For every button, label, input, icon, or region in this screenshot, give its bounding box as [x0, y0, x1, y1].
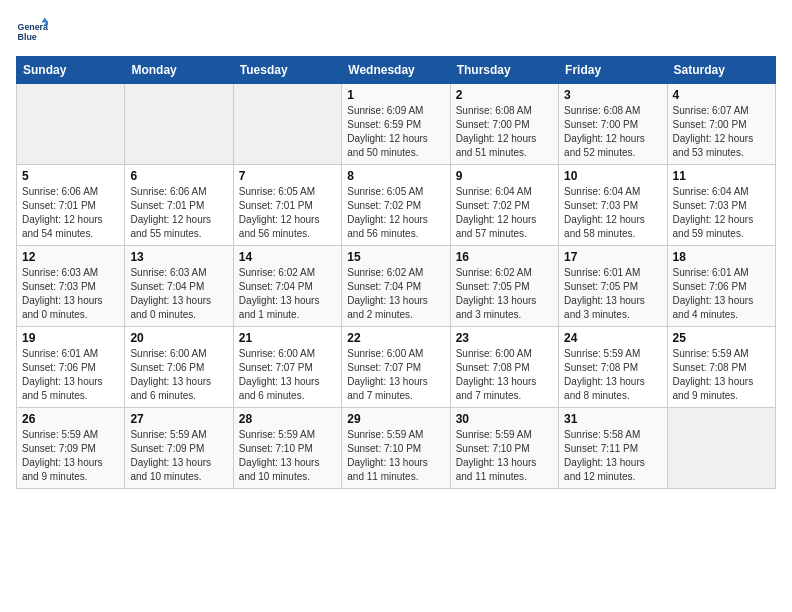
sunrise-text: Sunrise: 6:04 AM [564, 185, 661, 199]
weekday-header-tuesday: Tuesday [233, 57, 341, 84]
sunrise-text: Sunrise: 5:58 AM [564, 428, 661, 442]
day-info: Sunrise: 6:06 AMSunset: 7:01 PMDaylight:… [130, 185, 227, 241]
calendar-cell: 7Sunrise: 6:05 AMSunset: 7:01 PMDaylight… [233, 165, 341, 246]
daylight-text: Daylight: 13 hours and 9 minutes. [673, 375, 770, 403]
sunrise-text: Sunrise: 6:01 AM [673, 266, 770, 280]
sunrise-text: Sunrise: 5:59 AM [456, 428, 553, 442]
sunrise-text: Sunrise: 6:00 AM [456, 347, 553, 361]
weekday-header-thursday: Thursday [450, 57, 558, 84]
day-number: 13 [130, 250, 227, 264]
day-number: 15 [347, 250, 444, 264]
sunrise-text: Sunrise: 6:04 AM [456, 185, 553, 199]
day-number: 30 [456, 412, 553, 426]
daylight-text: Daylight: 13 hours and 10 minutes. [239, 456, 336, 484]
sunrise-text: Sunrise: 6:06 AM [22, 185, 119, 199]
calendar-cell: 14Sunrise: 6:02 AMSunset: 7:04 PMDayligh… [233, 246, 341, 327]
daylight-text: Daylight: 12 hours and 56 minutes. [347, 213, 444, 241]
sunrise-text: Sunrise: 6:01 AM [564, 266, 661, 280]
logo: General Blue [16, 16, 52, 48]
daylight-text: Daylight: 13 hours and 0 minutes. [22, 294, 119, 322]
day-info: Sunrise: 6:01 AMSunset: 7:06 PMDaylight:… [22, 347, 119, 403]
calendar-cell: 3Sunrise: 6:08 AMSunset: 7:00 PMDaylight… [559, 84, 667, 165]
daylight-text: Daylight: 13 hours and 10 minutes. [130, 456, 227, 484]
sunset-text: Sunset: 7:04 PM [239, 280, 336, 294]
daylight-text: Daylight: 13 hours and 8 minutes. [564, 375, 661, 403]
calendar-cell: 5Sunrise: 6:06 AMSunset: 7:01 PMDaylight… [17, 165, 125, 246]
day-info: Sunrise: 6:00 AMSunset: 7:07 PMDaylight:… [239, 347, 336, 403]
daylight-text: Daylight: 13 hours and 6 minutes. [130, 375, 227, 403]
daylight-text: Daylight: 13 hours and 12 minutes. [564, 456, 661, 484]
day-number: 16 [456, 250, 553, 264]
sunset-text: Sunset: 7:01 PM [130, 199, 227, 213]
day-info: Sunrise: 5:59 AMSunset: 7:08 PMDaylight:… [673, 347, 770, 403]
day-info: Sunrise: 6:09 AMSunset: 6:59 PMDaylight:… [347, 104, 444, 160]
day-number: 27 [130, 412, 227, 426]
week-row-2: 5Sunrise: 6:06 AMSunset: 7:01 PMDaylight… [17, 165, 776, 246]
sunset-text: Sunset: 7:01 PM [239, 199, 336, 213]
sunrise-text: Sunrise: 5:59 AM [22, 428, 119, 442]
day-number: 22 [347, 331, 444, 345]
day-info: Sunrise: 6:05 AMSunset: 7:01 PMDaylight:… [239, 185, 336, 241]
sunrise-text: Sunrise: 6:09 AM [347, 104, 444, 118]
calendar-cell: 26Sunrise: 5:59 AMSunset: 7:09 PMDayligh… [17, 408, 125, 489]
sunset-text: Sunset: 7:10 PM [347, 442, 444, 456]
daylight-text: Daylight: 12 hours and 52 minutes. [564, 132, 661, 160]
svg-marker-2 [42, 18, 48, 23]
daylight-text: Daylight: 12 hours and 56 minutes. [239, 213, 336, 241]
day-number: 26 [22, 412, 119, 426]
daylight-text: Daylight: 12 hours and 50 minutes. [347, 132, 444, 160]
calendar-cell: 6Sunrise: 6:06 AMSunset: 7:01 PMDaylight… [125, 165, 233, 246]
sunset-text: Sunset: 7:08 PM [673, 361, 770, 375]
sunset-text: Sunset: 7:08 PM [456, 361, 553, 375]
sunrise-text: Sunrise: 6:05 AM [347, 185, 444, 199]
sunrise-text: Sunrise: 6:08 AM [456, 104, 553, 118]
daylight-text: Daylight: 12 hours and 57 minutes. [456, 213, 553, 241]
svg-text:Blue: Blue [18, 32, 37, 42]
calendar-cell: 10Sunrise: 6:04 AMSunset: 7:03 PMDayligh… [559, 165, 667, 246]
sunrise-text: Sunrise: 6:01 AM [22, 347, 119, 361]
daylight-text: Daylight: 12 hours and 58 minutes. [564, 213, 661, 241]
calendar-cell [667, 408, 775, 489]
day-number: 14 [239, 250, 336, 264]
week-row-3: 12Sunrise: 6:03 AMSunset: 7:03 PMDayligh… [17, 246, 776, 327]
sunrise-text: Sunrise: 6:08 AM [564, 104, 661, 118]
day-info: Sunrise: 6:08 AMSunset: 7:00 PMDaylight:… [564, 104, 661, 160]
day-number: 19 [22, 331, 119, 345]
weekday-header-row: SundayMondayTuesdayWednesdayThursdayFrid… [17, 57, 776, 84]
day-number: 9 [456, 169, 553, 183]
daylight-text: Daylight: 12 hours and 59 minutes. [673, 213, 770, 241]
day-info: Sunrise: 6:01 AMSunset: 7:06 PMDaylight:… [673, 266, 770, 322]
daylight-text: Daylight: 13 hours and 9 minutes. [22, 456, 119, 484]
sunset-text: Sunset: 7:07 PM [239, 361, 336, 375]
calendar-cell: 31Sunrise: 5:58 AMSunset: 7:11 PMDayligh… [559, 408, 667, 489]
day-info: Sunrise: 6:04 AMSunset: 7:03 PMDaylight:… [673, 185, 770, 241]
sunrise-text: Sunrise: 5:59 AM [347, 428, 444, 442]
svg-text:General: General [18, 22, 48, 32]
sunset-text: Sunset: 7:11 PM [564, 442, 661, 456]
week-row-1: 1Sunrise: 6:09 AMSunset: 6:59 PMDaylight… [17, 84, 776, 165]
daylight-text: Daylight: 13 hours and 11 minutes. [347, 456, 444, 484]
day-number: 29 [347, 412, 444, 426]
sunset-text: Sunset: 7:06 PM [130, 361, 227, 375]
sunrise-text: Sunrise: 6:02 AM [456, 266, 553, 280]
calendar-cell [17, 84, 125, 165]
calendar-cell: 4Sunrise: 6:07 AMSunset: 7:00 PMDaylight… [667, 84, 775, 165]
day-info: Sunrise: 5:58 AMSunset: 7:11 PMDaylight:… [564, 428, 661, 484]
day-number: 25 [673, 331, 770, 345]
sunset-text: Sunset: 7:09 PM [130, 442, 227, 456]
daylight-text: Daylight: 13 hours and 5 minutes. [22, 375, 119, 403]
calendar-cell: 18Sunrise: 6:01 AMSunset: 7:06 PMDayligh… [667, 246, 775, 327]
day-number: 17 [564, 250, 661, 264]
sunrise-text: Sunrise: 6:04 AM [673, 185, 770, 199]
sunset-text: Sunset: 7:05 PM [564, 280, 661, 294]
weekday-header-monday: Monday [125, 57, 233, 84]
daylight-text: Daylight: 13 hours and 1 minute. [239, 294, 336, 322]
sunrise-text: Sunrise: 6:06 AM [130, 185, 227, 199]
day-info: Sunrise: 6:02 AMSunset: 7:04 PMDaylight:… [239, 266, 336, 322]
calendar-cell: 2Sunrise: 6:08 AMSunset: 7:00 PMDaylight… [450, 84, 558, 165]
day-info: Sunrise: 6:04 AMSunset: 7:02 PMDaylight:… [456, 185, 553, 241]
sunset-text: Sunset: 7:04 PM [130, 280, 227, 294]
sunrise-text: Sunrise: 5:59 AM [239, 428, 336, 442]
sunset-text: Sunset: 7:07 PM [347, 361, 444, 375]
week-row-5: 26Sunrise: 5:59 AMSunset: 7:09 PMDayligh… [17, 408, 776, 489]
